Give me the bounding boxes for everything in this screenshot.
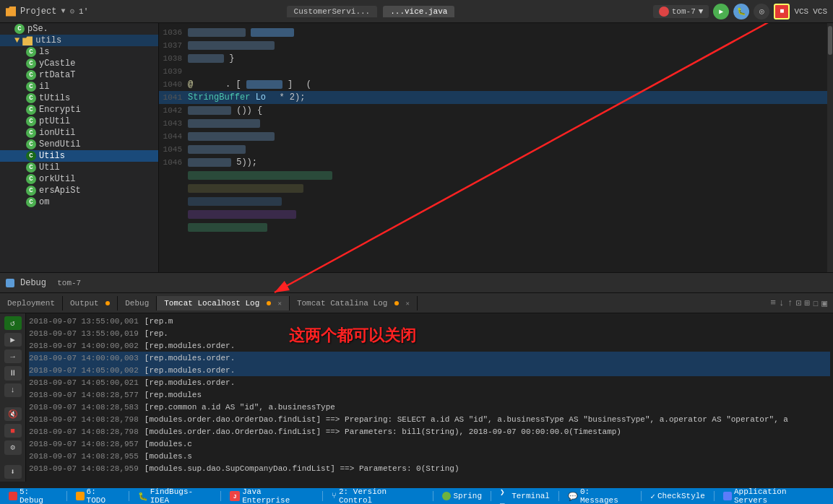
coverage-button[interactable]: ◎ xyxy=(754,4,769,19)
tree-item-pse[interactable]: C pSe. xyxy=(0,23,158,35)
tab-tomcat-localhost[interactable]: Tomcat Localhost Log ✕ xyxy=(157,296,290,310)
tree-item-ls[interactable]: C ls xyxy=(0,46,158,58)
status-bar: 5: Debug 6: TODO 🐛 FindBugs-IDEA J Java … xyxy=(0,488,833,504)
class-icon-util: C xyxy=(26,162,36,173)
code-line-1041: 1041 StringBuffer Lo * 2); xyxy=(159,91,833,104)
top-bar: Project ▼ ⚙ 1' CustomerServi... ...vice.… xyxy=(0,0,833,23)
localhost-close[interactable]: ✕ xyxy=(278,300,282,308)
code-line-1045: 1045 xyxy=(159,143,833,156)
tree-item-om[interactable]: C om xyxy=(0,196,158,208)
tree-item-ptutil[interactable]: C ptUtil xyxy=(0,116,158,127)
step-over-button[interactable]: → xyxy=(4,349,22,363)
log-tool-7[interactable]: ▣ xyxy=(821,297,827,309)
class-icon-orkutil: C xyxy=(26,174,36,184)
debug-button[interactable]: 🐛 xyxy=(733,4,749,19)
status-checkstyle[interactable]: ✓ CheckStyle xyxy=(647,492,708,501)
tree-item-ersapi[interactable]: C ersApiSt xyxy=(0,185,158,196)
status-debug[interactable]: 5: Debug xyxy=(6,487,61,504)
status-messages[interactable]: 💬 0: Messages xyxy=(565,487,635,504)
tree-item-sendutil[interactable]: C SendUtil xyxy=(0,139,158,150)
log-tool-2[interactable]: ↓ xyxy=(779,297,785,308)
project-tree: C pSe. ▼ utils C ls C yCastle xyxy=(0,23,159,272)
sep-6 xyxy=(491,491,491,501)
class-icon-ptutil: C xyxy=(26,116,36,126)
sep-4 xyxy=(322,491,323,501)
sep-1 xyxy=(66,491,67,501)
status-findbugs[interactable]: 🐛 FindBugs-IDEA xyxy=(135,487,215,504)
class-icon-ycastle: C xyxy=(26,58,36,69)
sep-7 xyxy=(558,491,559,501)
stop-debug-button[interactable]: ■ xyxy=(4,424,22,438)
scrollbar-thumb xyxy=(828,26,832,55)
log-line-5: 2018-09-07 14:05:00,021 [rep.modules.ord… xyxy=(29,376,830,388)
log-tool-6[interactable]: ☐ xyxy=(813,297,819,309)
debug-sidebar: ↺ ▶ → ⏸ ↓ 🔇 ■ ⚙ ⬇ xyxy=(0,313,26,482)
catalina-close[interactable]: ✕ xyxy=(406,300,410,308)
tab-deployment[interactable]: Deployment xyxy=(0,296,63,310)
tree-item-utils-folder[interactable]: ▼ utils xyxy=(0,35,158,46)
tree-item-utils-selected[interactable]: C Utils xyxy=(0,150,158,162)
scroll-to-end-button[interactable]: ⬇ xyxy=(4,465,22,479)
tab-tomcat-catalina[interactable]: Tomcat Catalina Log ✕ xyxy=(290,296,418,310)
tree-item-il[interactable]: C il xyxy=(0,81,158,92)
project-dropdown-arrow[interactable]: ▼ xyxy=(61,7,65,15)
vcs-label[interactable]: VCS xyxy=(794,7,808,16)
top-bar-mid: CustomerServi... ...vice.java xyxy=(88,6,652,17)
log-line-6: 2018-09-07 14:08:28,577 [rep.modules xyxy=(29,388,830,401)
log-line-9: 2018-09-07 14:08:28,798 [modules.order.d… xyxy=(29,425,830,438)
tree-item-ionutil[interactable]: C ionUtil xyxy=(0,127,158,139)
tree-item-util[interactable]: C Util xyxy=(0,162,158,173)
code-editor[interactable]: 1036 1037 1038 xyxy=(159,23,833,272)
code-line-1044: 1044 xyxy=(159,130,833,143)
debug-content: ↺ ▶ → ⏸ ↓ 🔇 ■ ⚙ ⬇ 2018-09-07 13:55:00,00… xyxy=(0,313,833,482)
pause-button[interactable]: ⏸ xyxy=(4,366,22,380)
step-into-button[interactable]: ↓ xyxy=(4,383,22,397)
project-folder-icon xyxy=(6,6,16,17)
log-tool-4[interactable]: ⊡ xyxy=(796,297,802,309)
code-line-1040: 1040 @ . [ ] ( xyxy=(159,78,833,91)
vcs-label-2[interactable]: VCS xyxy=(813,7,827,16)
log-tool-1[interactable]: ≡ xyxy=(770,297,776,308)
debug-log[interactable]: 2018-09-07 13:55:00,001 [rep.m 2018-09-0… xyxy=(26,313,833,482)
log-tool-5[interactable]: ⊞ xyxy=(805,297,811,309)
output-dot xyxy=(105,301,110,305)
localhost-dot xyxy=(267,301,271,305)
build-icon: ⚙ xyxy=(69,6,74,16)
status-todo[interactable]: 6: TODO xyxy=(73,487,123,504)
tab-vice-java[interactable]: ...vice.java xyxy=(383,6,454,17)
tree-item-tutils[interactable]: C tUtils xyxy=(0,92,158,104)
class-icon-ionutil: C xyxy=(26,128,36,138)
mute-button[interactable]: 🔇 xyxy=(4,407,22,421)
tab-debug[interactable]: Debug xyxy=(118,296,157,310)
run-button[interactable]: ▶ xyxy=(713,4,729,19)
tab-customer-service[interactable]: CustomerServi... xyxy=(287,6,378,17)
utils-folder-icon xyxy=(22,35,33,45)
tab-output[interactable]: Output xyxy=(63,296,118,310)
log-line-3: 2018-09-07 14:00:00,003 [rep.modules.ord… xyxy=(29,352,830,364)
status-vcs[interactable]: ⑂ 2: Version Control xyxy=(329,487,427,504)
status-java[interactable]: J Java Enterprise xyxy=(227,487,316,504)
tree-item-rtdata[interactable]: C rtDataT xyxy=(0,69,158,81)
terminal-icon: ❯_ xyxy=(500,487,509,505)
project-label[interactable]: Project xyxy=(20,6,56,17)
status-app-servers[interactable]: Application Servers xyxy=(720,487,827,504)
restart-button[interactable]: ↺ xyxy=(4,316,22,330)
class-icon-sendutil: C xyxy=(26,139,36,149)
log-line-10: 2018-09-07 14:08:28,957 [modules.c xyxy=(29,438,830,450)
status-terminal[interactable]: ❯_ Terminal xyxy=(497,487,553,505)
catalina-dot xyxy=(394,301,399,305)
tree-item-orkutil[interactable]: C orkUtil xyxy=(0,173,158,185)
log-tool-3[interactable]: ↑ xyxy=(787,297,793,308)
todo-icon xyxy=(76,492,85,500)
stop-button[interactable]: ■ xyxy=(774,4,790,19)
tree-item-encrypti[interactable]: C Encrypti xyxy=(0,104,158,116)
spring-icon xyxy=(442,492,451,500)
run-config-selector[interactable]: tom-7 ▼ xyxy=(653,5,709,18)
findbugs-icon: 🐛 xyxy=(138,492,148,501)
server-icon xyxy=(723,492,732,500)
tree-item-ycastle[interactable]: C yCastle xyxy=(0,58,158,69)
status-spring[interactable]: Spring xyxy=(439,492,485,500)
resume-button[interactable]: ▶ xyxy=(4,333,22,347)
editor-scrollbar[interactable] xyxy=(827,23,833,272)
settings-debug-button[interactable]: ⚙ xyxy=(4,440,22,454)
